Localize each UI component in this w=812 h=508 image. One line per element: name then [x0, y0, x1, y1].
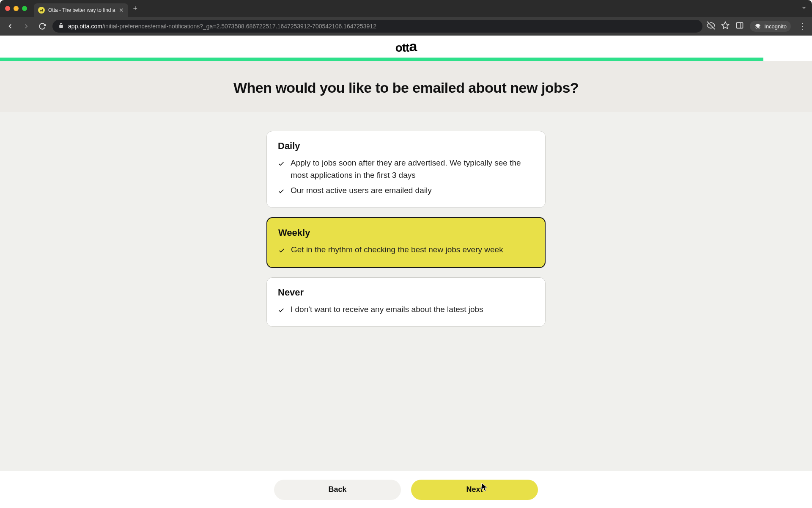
incognito-label: Incognito: [764, 23, 787, 30]
check-icon: [278, 305, 285, 317]
option-title: Never: [278, 287, 534, 298]
svg-point-4: [758, 27, 760, 28]
tab-title: Otta - The better way to find a: [48, 7, 115, 13]
next-button[interactable]: Next: [411, 480, 538, 500]
page-content: otta When would you like to be emailed a…: [0, 36, 812, 508]
incognito-badge[interactable]: Incognito: [750, 21, 791, 32]
svg-rect-1: [737, 22, 743, 28]
option-title: Weekly: [278, 227, 534, 238]
window-controls: [5, 6, 27, 11]
question-heading: When would you like to be emailed about …: [0, 80, 812, 96]
bullet-text: I don't want to receive any emails about…: [291, 303, 483, 317]
new-tab-button[interactable]: +: [133, 4, 138, 13]
check-icon: [278, 186, 285, 198]
check-icon: [278, 158, 285, 182]
bullet-text: Our most active users are emailed daily: [291, 184, 432, 198]
tabs-overflow-icon[interactable]: [801, 5, 807, 12]
address-bar[interactable]: app.otta.com/initial-preferences/email-n…: [52, 20, 702, 33]
option-bullet: I don't want to receive any emails about…: [278, 303, 534, 317]
option-title: Daily: [278, 141, 534, 152]
progress-bar-fill: [0, 58, 763, 61]
tab-close-button[interactable]: ✕: [119, 7, 124, 14]
back-button[interactable]: Back: [274, 480, 401, 500]
incognito-icon: [754, 22, 762, 30]
footer-nav: Back Next: [0, 471, 812, 508]
header: otta: [0, 36, 812, 58]
panel-icon[interactable]: [735, 21, 744, 31]
reload-button[interactable]: [36, 20, 48, 32]
check-icon: [278, 245, 285, 257]
option-bullet: Apply to jobs soon after they are advert…: [278, 157, 534, 182]
option-daily[interactable]: Daily Apply to jobs soon after they are …: [266, 131, 546, 208]
option-bullet: Our most active users are emailed daily: [278, 184, 534, 198]
browser-tab-strip: ot Otta - The better way to find a ✕ +: [0, 0, 812, 17]
window-minimize-button[interactable]: [14, 6, 19, 11]
nav-forward-button[interactable]: [20, 20, 32, 32]
options-list: Daily Apply to jobs soon after they are …: [0, 112, 812, 327]
browser-tab[interactable]: ot Otta - The better way to find a ✕: [34, 3, 128, 17]
window-zoom-button[interactable]: [22, 6, 27, 11]
bookmark-star-icon[interactable]: [721, 21, 730, 31]
browser-menu-button[interactable]: ⋮: [797, 22, 808, 31]
svg-point-3: [756, 27, 757, 28]
bullet-text: Get in the rhythm of checking the best n…: [291, 243, 503, 257]
progress-bar: [0, 58, 812, 61]
url-text: app.otta.com/initial-preferences/email-n…: [68, 23, 376, 30]
toolbar-right: Incognito ⋮: [707, 21, 808, 32]
browser-toolbar: app.otta.com/initial-preferences/email-n…: [0, 17, 812, 36]
bullet-text: Apply to jobs soon after they are advert…: [291, 157, 534, 182]
tab-favicon: ot: [38, 7, 45, 14]
option-never[interactable]: Never I don't want to receive any emails…: [266, 277, 546, 327]
eye-off-icon[interactable]: [707, 21, 715, 31]
question-section: When would you like to be emailed about …: [0, 61, 812, 112]
option-bullet: Get in the rhythm of checking the best n…: [278, 243, 534, 257]
lock-icon: [58, 23, 64, 30]
nav-back-button[interactable]: [4, 20, 16, 32]
window-close-button[interactable]: [5, 6, 10, 11]
option-weekly[interactable]: Weekly Get in the rhythm of checking the…: [266, 217, 546, 268]
otta-logo: otta: [395, 39, 417, 55]
svg-marker-0: [722, 22, 729, 29]
